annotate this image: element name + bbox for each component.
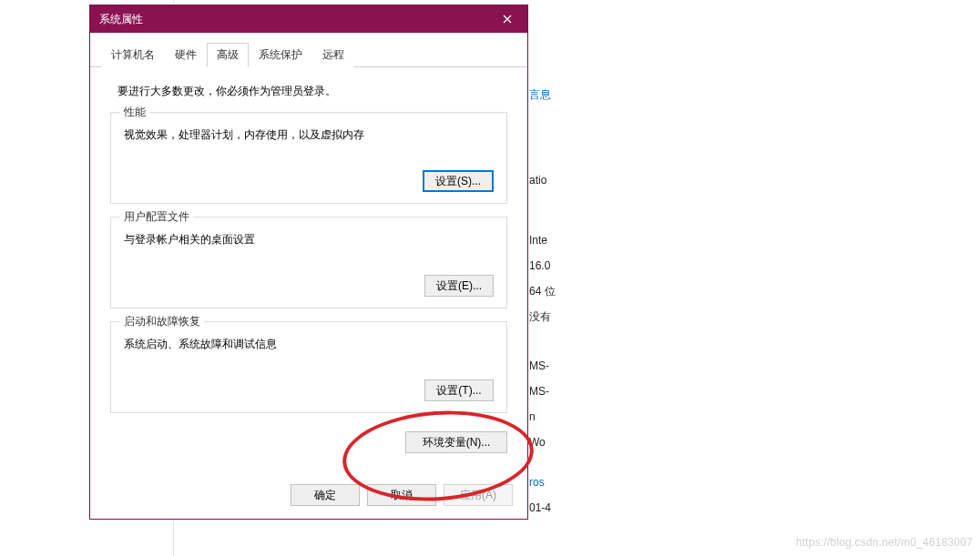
tab-hardware[interactable]: 硬件: [165, 43, 207, 67]
tab-content: 要进行大多数更改，你必须作为管理员登录。 性能 视觉效果，处理器计划，内存使用，…: [90, 67, 527, 477]
tab-remote[interactable]: 远程: [312, 43, 354, 67]
bg-text: 16.0: [529, 253, 565, 278]
titlebar[interactable]: 系统属性: [90, 5, 527, 33]
watermark: https://blog.csdn.net/m0_46183007: [796, 536, 973, 549]
dialog-button-row: 确定 取消 应用(A): [90, 477, 527, 519]
user-profiles-settings-button[interactable]: 设置(E)...: [424, 275, 494, 297]
close-button[interactable]: [487, 5, 527, 33]
group-desc: 系统启动、系统故障和调试信息: [124, 337, 494, 352]
group-legend: 用户配置文件: [120, 209, 193, 225]
bg-text: atio: [529, 167, 565, 193]
bg-link-info[interactable]: 言息: [529, 88, 551, 101]
group-legend: 启动和故障恢复: [120, 314, 204, 329]
group-startup-recovery: 启动和故障恢复 系统启动、系统故障和调试信息 设置(T)...: [110, 321, 507, 413]
bg-text: 01-4: [529, 495, 565, 521]
apply-button[interactable]: 应用(A): [444, 484, 513, 506]
bg-text: Wo: [529, 430, 565, 455]
bg-text: n: [529, 404, 565, 430]
tab-computer-name[interactable]: 计算机名: [101, 43, 165, 67]
tab-advanced[interactable]: 高级: [207, 43, 249, 67]
performance-settings-button[interactable]: 设置(S)...: [423, 170, 494, 192]
group-user-profiles: 用户配置文件 与登录帐户相关的桌面设置 设置(E)...: [110, 217, 507, 308]
tab-row: 计算机名 硬件 高级 系统保护 远程: [90, 33, 527, 67]
bg-text: 没有: [529, 304, 565, 329]
bg-text: Inte: [529, 227, 565, 253]
ok-button[interactable]: 确定: [291, 484, 360, 506]
group-desc: 与登录帐户相关的桌面设置: [124, 232, 494, 248]
bg-link-ros[interactable]: ros: [529, 476, 545, 489]
system-properties-dialog: 系统属性 计算机名 硬件 高级 系统保护 远程 要进行大多数更改，你必须作为管理…: [89, 5, 528, 520]
close-icon: [503, 15, 512, 24]
window-title: 系统属性: [99, 12, 143, 27]
cancel-button[interactable]: 取消: [367, 484, 436, 506]
group-desc: 视觉效果，处理器计划，内存使用，以及虚拟内存: [124, 127, 494, 143]
bg-text: 64 位: [529, 278, 565, 304]
startup-recovery-settings-button[interactable]: 设置(T)...: [424, 379, 494, 401]
environment-variables-button[interactable]: 环境变量(N)...: [405, 431, 507, 453]
bg-text: MS-: [529, 353, 565, 379]
bg-text: MS-: [529, 379, 565, 404]
group-performance: 性能 视觉效果，处理器计划，内存使用，以及虚拟内存 设置(S)...: [110, 112, 507, 204]
intro-text: 要进行大多数更改，你必须作为管理员登录。: [117, 84, 507, 99]
group-legend: 性能: [120, 105, 149, 120]
tab-system-protection[interactable]: 系统保护: [249, 43, 312, 67]
